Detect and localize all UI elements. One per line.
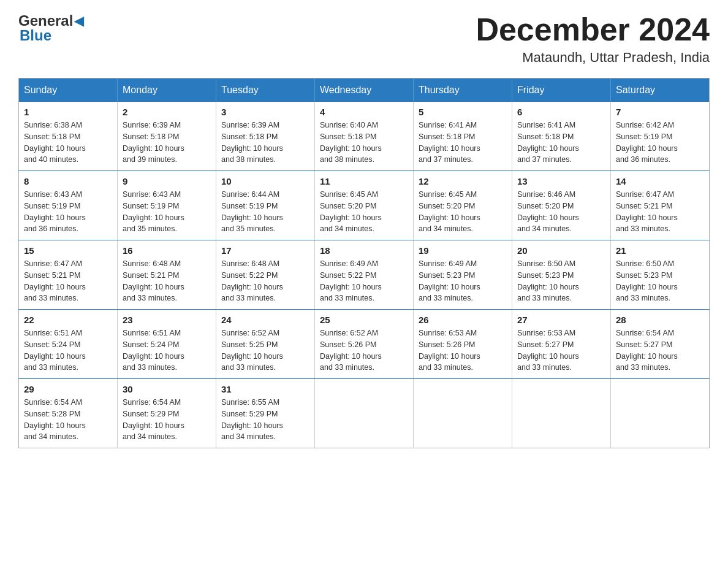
calendar-cell: 5 Sunrise: 6:41 AM Sunset: 5:18 PM Dayli… <box>414 102 512 171</box>
day-number: 20 <box>517 245 605 256</box>
day-info: Sunrise: 6:54 AM Sunset: 5:27 PM Dayligh… <box>616 327 704 373</box>
day-number: 21 <box>616 245 704 256</box>
location-title: Mataundh, Uttar Pradesh, India <box>476 50 710 66</box>
day-info: Sunrise: 6:47 AM Sunset: 5:21 PM Dayligh… <box>616 189 704 235</box>
col-header-wednesday: Wednesday <box>315 79 414 102</box>
calendar-cell: 4 Sunrise: 6:40 AM Sunset: 5:18 PM Dayli… <box>315 102 414 171</box>
calendar-header-row: SundayMondayTuesdayWednesdayThursdayFrid… <box>19 79 710 102</box>
calendar-cell: 15 Sunrise: 6:47 AM Sunset: 5:21 PM Dayl… <box>19 240 118 310</box>
day-number: 24 <box>221 315 309 325</box>
day-number: 1 <box>24 107 112 117</box>
day-number: 25 <box>320 315 408 325</box>
day-info: Sunrise: 6:40 AM Sunset: 5:18 PM Dayligh… <box>320 120 408 166</box>
calendar-cell: 9 Sunrise: 6:43 AM Sunset: 5:19 PM Dayli… <box>118 171 216 240</box>
day-info: Sunrise: 6:54 AM Sunset: 5:29 PM Dayligh… <box>123 397 211 443</box>
calendar-cell: 20 Sunrise: 6:50 AM Sunset: 5:23 PM Dayl… <box>512 240 611 310</box>
calendar-cell: 26 Sunrise: 6:53 AM Sunset: 5:26 PM Dayl… <box>414 310 512 379</box>
day-info: Sunrise: 6:49 AM Sunset: 5:22 PM Dayligh… <box>320 258 408 304</box>
col-header-monday: Monday <box>118 79 216 102</box>
day-number: 28 <box>616 315 704 325</box>
calendar-cell: 27 Sunrise: 6:53 AM Sunset: 5:27 PM Dayl… <box>512 310 611 379</box>
day-info: Sunrise: 6:55 AM Sunset: 5:29 PM Dayligh… <box>221 397 309 443</box>
day-number: 17 <box>221 245 309 256</box>
day-number: 9 <box>123 176 211 186</box>
day-number: 16 <box>123 245 211 256</box>
calendar-cell: 25 Sunrise: 6:52 AM Sunset: 5:26 PM Dayl… <box>315 310 414 379</box>
day-info: Sunrise: 6:39 AM Sunset: 5:18 PM Dayligh… <box>221 120 309 166</box>
day-number: 11 <box>320 176 408 186</box>
day-info: Sunrise: 6:52 AM Sunset: 5:25 PM Dayligh… <box>221 327 309 373</box>
day-info: Sunrise: 6:43 AM Sunset: 5:19 PM Dayligh… <box>24 189 112 235</box>
day-info: Sunrise: 6:53 AM Sunset: 5:27 PM Dayligh… <box>517 327 605 373</box>
day-number: 22 <box>24 315 112 325</box>
logo-blue-text: Blue <box>18 27 83 44</box>
day-info: Sunrise: 6:51 AM Sunset: 5:24 PM Dayligh… <box>24 327 112 373</box>
day-number: 14 <box>616 176 704 186</box>
day-info: Sunrise: 6:51 AM Sunset: 5:24 PM Dayligh… <box>123 327 211 373</box>
col-header-tuesday: Tuesday <box>216 79 315 102</box>
day-info: Sunrise: 6:50 AM Sunset: 5:23 PM Dayligh… <box>517 258 605 304</box>
calendar-cell: 3 Sunrise: 6:39 AM Sunset: 5:18 PM Dayli… <box>216 102 315 171</box>
calendar-cell: 13 Sunrise: 6:46 AM Sunset: 5:20 PM Dayl… <box>512 171 611 240</box>
logo: General◀ Blue <box>18 12 83 44</box>
calendar-cell: 22 Sunrise: 6:51 AM Sunset: 5:24 PM Dayl… <box>19 310 118 379</box>
calendar-week-row: 8 Sunrise: 6:43 AM Sunset: 5:19 PM Dayli… <box>19 171 710 240</box>
day-number: 6 <box>517 107 605 117</box>
calendar-week-row: 1 Sunrise: 6:38 AM Sunset: 5:18 PM Dayli… <box>19 102 710 171</box>
day-number: 3 <box>221 107 309 117</box>
calendar-cell: 23 Sunrise: 6:51 AM Sunset: 5:24 PM Dayl… <box>118 310 216 379</box>
col-header-friday: Friday <box>512 79 611 102</box>
day-info: Sunrise: 6:47 AM Sunset: 5:21 PM Dayligh… <box>24 258 112 304</box>
day-number: 2 <box>123 107 211 117</box>
calendar-cell: 16 Sunrise: 6:48 AM Sunset: 5:21 PM Dayl… <box>118 240 216 310</box>
calendar-cell: 31 Sunrise: 6:55 AM Sunset: 5:29 PM Dayl… <box>216 379 315 448</box>
calendar-cell: 21 Sunrise: 6:50 AM Sunset: 5:23 PM Dayl… <box>611 240 710 310</box>
day-info: Sunrise: 6:38 AM Sunset: 5:18 PM Dayligh… <box>24 120 112 166</box>
calendar-cell: 30 Sunrise: 6:54 AM Sunset: 5:29 PM Dayl… <box>118 379 216 448</box>
title-section: December 2024 Mataundh, Uttar Pradesh, I… <box>476 12 710 66</box>
day-info: Sunrise: 6:43 AM Sunset: 5:19 PM Dayligh… <box>123 189 211 235</box>
day-info: Sunrise: 6:54 AM Sunset: 5:28 PM Dayligh… <box>24 397 112 443</box>
calendar-week-row: 22 Sunrise: 6:51 AM Sunset: 5:24 PM Dayl… <box>19 310 710 379</box>
day-info: Sunrise: 6:48 AM Sunset: 5:21 PM Dayligh… <box>123 258 211 304</box>
calendar-cell: 1 Sunrise: 6:38 AM Sunset: 5:18 PM Dayli… <box>19 102 118 171</box>
calendar-cell <box>315 379 414 448</box>
day-number: 4 <box>320 107 408 117</box>
day-number: 26 <box>419 315 507 325</box>
day-number: 8 <box>24 176 112 186</box>
page-header: General◀ Blue December 2024 Mataundh, Ut… <box>18 12 710 66</box>
calendar-cell: 2 Sunrise: 6:39 AM Sunset: 5:18 PM Dayli… <box>118 102 216 171</box>
day-info: Sunrise: 6:42 AM Sunset: 5:19 PM Dayligh… <box>616 120 704 166</box>
day-number: 29 <box>24 384 112 394</box>
calendar-cell <box>512 379 611 448</box>
col-header-sunday: Sunday <box>19 79 118 102</box>
day-info: Sunrise: 6:52 AM Sunset: 5:26 PM Dayligh… <box>320 327 408 373</box>
calendar-cell: 12 Sunrise: 6:45 AM Sunset: 5:20 PM Dayl… <box>414 171 512 240</box>
day-number: 15 <box>24 245 112 256</box>
day-number: 19 <box>419 245 507 256</box>
day-info: Sunrise: 6:49 AM Sunset: 5:23 PM Dayligh… <box>419 258 507 304</box>
day-info: Sunrise: 6:50 AM Sunset: 5:23 PM Dayligh… <box>616 258 704 304</box>
calendar-cell: 11 Sunrise: 6:45 AM Sunset: 5:20 PM Dayl… <box>315 171 414 240</box>
day-number: 10 <box>221 176 309 186</box>
day-info: Sunrise: 6:41 AM Sunset: 5:18 PM Dayligh… <box>419 120 507 166</box>
calendar-table: SundayMondayTuesdayWednesdayThursdayFrid… <box>18 78 710 448</box>
day-number: 23 <box>123 315 211 325</box>
calendar-cell: 29 Sunrise: 6:54 AM Sunset: 5:28 PM Dayl… <box>19 379 118 448</box>
calendar-cell: 19 Sunrise: 6:49 AM Sunset: 5:23 PM Dayl… <box>414 240 512 310</box>
calendar-cell: 28 Sunrise: 6:54 AM Sunset: 5:27 PM Dayl… <box>611 310 710 379</box>
col-header-thursday: Thursday <box>414 79 512 102</box>
day-number: 31 <box>221 384 309 394</box>
day-info: Sunrise: 6:46 AM Sunset: 5:20 PM Dayligh… <box>517 189 605 235</box>
col-header-saturday: Saturday <box>611 79 710 102</box>
day-info: Sunrise: 6:45 AM Sunset: 5:20 PM Dayligh… <box>419 189 507 235</box>
day-info: Sunrise: 6:39 AM Sunset: 5:18 PM Dayligh… <box>123 120 211 166</box>
day-number: 7 <box>616 107 704 117</box>
day-info: Sunrise: 6:53 AM Sunset: 5:26 PM Dayligh… <box>419 327 507 373</box>
day-info: Sunrise: 6:45 AM Sunset: 5:20 PM Dayligh… <box>320 189 408 235</box>
day-info: Sunrise: 6:41 AM Sunset: 5:18 PM Dayligh… <box>517 120 605 166</box>
calendar-cell: 8 Sunrise: 6:43 AM Sunset: 5:19 PM Dayli… <box>19 171 118 240</box>
calendar-cell: 14 Sunrise: 6:47 AM Sunset: 5:21 PM Dayl… <box>611 171 710 240</box>
day-number: 30 <box>123 384 211 394</box>
day-info: Sunrise: 6:48 AM Sunset: 5:22 PM Dayligh… <box>221 258 309 304</box>
